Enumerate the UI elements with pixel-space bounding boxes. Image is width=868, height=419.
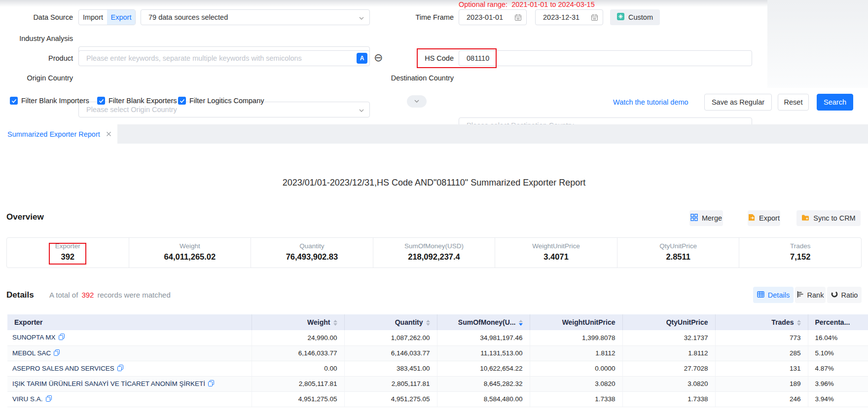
cell-quantity: 6,146,033.77 (344, 345, 437, 361)
end-date-field[interactable] (535, 9, 603, 25)
checkbox-label: Filter Logitics Company (189, 97, 264, 105)
close-icon[interactable] (106, 130, 111, 139)
sort-icon[interactable] (797, 320, 801, 326)
column-label: SumOfMoney(U... (458, 318, 516, 326)
column-header-trades[interactable]: Trades (715, 314, 808, 330)
data-source-label: Data Source (0, 12, 73, 22)
sync-to-crm-button[interactable]: Sync to CRM (796, 210, 861, 226)
cell-weight: 4,951,275.05 (252, 391, 344, 407)
column-label: Weight (307, 318, 330, 326)
column-header-exporter: Exporter (7, 314, 252, 330)
stat-weight: Weight64,011,265.02 (129, 238, 251, 267)
copy-icon[interactable] (54, 349, 60, 357)
copy-icon[interactable] (46, 395, 52, 403)
hs-code-input[interactable] (459, 50, 752, 66)
product-label: Product (0, 53, 73, 63)
data-sources-select[interactable]: 79 data sources selected (141, 9, 370, 25)
column-header-quantity[interactable]: Quantity (344, 314, 437, 330)
column-label: Exporter (14, 318, 43, 326)
filter-logitics-company-checkbox[interactable]: Filter Logitics Company (178, 97, 264, 105)
stat-value: 76,493,902.83 (251, 252, 373, 262)
sort-icon[interactable] (426, 320, 430, 326)
stat-value: 64,011,265.02 (129, 252, 251, 262)
column-header-weightunitprice: WeightUnitPrice (530, 314, 622, 330)
stat-sumofmoney-usd: SumOfMoney(USD)218,092,237.4 (373, 238, 495, 267)
custom-icon (617, 13, 624, 22)
cell-sumofmoney-u: 34,981,197.46 (437, 330, 530, 345)
stat-value: 392 (7, 252, 129, 262)
view-details-button[interactable]: Details (753, 287, 794, 303)
search-button[interactable]: Search (817, 94, 853, 111)
export-button[interactable]: Export (107, 10, 135, 25)
data-source-toggle: Import Export (78, 9, 136, 25)
cell-sumofmoney-u: 8,645,282.32 (437, 376, 530, 391)
rank-chart-icon (797, 291, 804, 299)
product-field[interactable]: A (78, 50, 370, 66)
data-sources-select-value: 79 data sources selected (148, 13, 228, 21)
collapse-filters-button[interactable] (407, 95, 427, 108)
cell-exporter: MEBOL SAC (7, 345, 252, 361)
start-date-field[interactable] (459, 9, 527, 25)
ratio-pie-icon (831, 291, 838, 299)
reset-button[interactable]: Reset (778, 94, 809, 111)
cell-exporter: SUNOPTA MX (7, 330, 252, 345)
stat-label: QtyUnitPrice (617, 242, 739, 250)
industry-analysis-label: Industry Analysis (0, 34, 73, 43)
exporter-link[interactable]: MEBOL SAC (12, 349, 51, 357)
stat-trades: Trades7,152 (739, 238, 861, 267)
cell-exporter: IŞIK TARIM ÜRÜNLERİ SANAYİ VE TİCARET AN… (7, 376, 252, 391)
cell-weightunitprice: 1.8112 (530, 345, 622, 361)
product-keywords-input[interactable] (78, 50, 370, 66)
stat-label: Quantity (251, 242, 373, 250)
app-root: Optional range: 2021-01-01 to 2024-03-15… (0, 0, 868, 419)
cell-exporter: VIRU S.A. (7, 391, 252, 407)
cell-weightunitprice: 1.7338 (530, 391, 622, 407)
stat-weightunitprice: WeightUnitPrice3.4071 (495, 238, 617, 267)
column-header-sumofmoney-u[interactable]: SumOfMoney(U... (437, 314, 530, 330)
view-rank-button[interactable]: Rank (795, 287, 826, 303)
stat-value: 7,152 (739, 252, 861, 262)
report-title: 2023/01/01-2023/12/31,HS Code AND"081110… (0, 178, 868, 188)
filter-blank-exporters-checkbox[interactable]: Filter Blank Exporters (97, 97, 177, 105)
custom-label: Custom (628, 13, 653, 21)
cell-trades: 773 (715, 330, 808, 345)
page-background (767, 0, 868, 88)
translate-icon[interactable]: A (357, 53, 367, 64)
view-ratio-button[interactable]: Ratio (827, 287, 862, 303)
column-label: QtyUnitPrice (666, 318, 708, 326)
column-header-percenta: Percenta... (808, 314, 868, 330)
import-button[interactable]: Import (79, 10, 107, 25)
cell-sumofmoney-u: 11,131,513.00 (437, 345, 530, 361)
sort-icon[interactable] (333, 320, 337, 326)
sort-icon[interactable] (519, 320, 523, 326)
export-report-button[interactable]: Export (748, 210, 780, 226)
match-count: 392 (81, 291, 94, 299)
cell-qtyunitprice: 1.8112 (622, 345, 715, 361)
match-suffix: records were matched (97, 291, 170, 299)
cell-weight: 0.00 (252, 361, 344, 376)
cell-trades: 189 (715, 376, 808, 391)
cell-weightunitprice: 1,399.8078 (530, 330, 622, 345)
tutorial-link[interactable]: Watch the tutorial demo (613, 98, 688, 106)
tab-summarized-exporter-report[interactable]: Summarized Exporter Report (0, 124, 117, 144)
copy-icon[interactable] (59, 334, 65, 342)
save-as-regular-button[interactable]: Save as Regular (704, 94, 772, 111)
cell-weight: 2,805,117.81 (252, 376, 344, 391)
exporter-link[interactable]: ASEPRO SALES AND SERVICES (12, 365, 114, 372)
details-table-icon (757, 291, 764, 299)
column-header-weight[interactable]: Weight (252, 314, 344, 330)
merge-button[interactable]: Merge (689, 210, 723, 226)
table-header-row: ExporterWeightQuantitySumOfMoney(U...Wei… (7, 314, 868, 330)
stat-label: Trades (739, 242, 861, 250)
exporter-link[interactable]: SUNOPTA MX (12, 334, 56, 341)
filter-blank-importers-checkbox[interactable]: Filter Blank Importers (10, 97, 89, 105)
custom-range-button[interactable]: Custom (610, 9, 660, 25)
copy-icon[interactable] (117, 365, 123, 373)
cell-qtyunitprice: 3.0820 (622, 376, 715, 391)
exporter-link[interactable]: VIRU S.A. (12, 395, 43, 403)
hs-code-field[interactable] (459, 50, 752, 66)
optional-range-text: Optional range: 2021-01-01 to 2024-03-15 (459, 0, 595, 8)
stat-qtyunitprice: QtyUnitPrice2.8511 (617, 238, 739, 267)
copy-icon[interactable] (208, 380, 214, 388)
exporter-link[interactable]: IŞIK TARIM ÜRÜNLERİ SANAYİ VE TİCARET AN… (12, 380, 205, 387)
